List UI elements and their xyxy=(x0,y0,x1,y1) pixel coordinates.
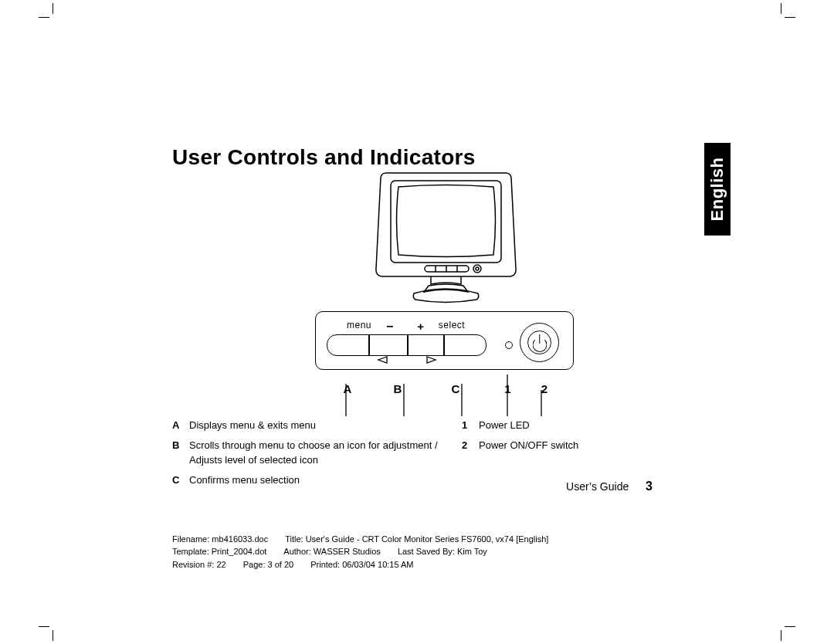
button-strip xyxy=(327,334,486,356)
desc-b: BScrolls through menu to choose an icon … xyxy=(172,439,446,468)
callout-b: B xyxy=(367,382,429,395)
document-metadata: Filename: mb416033.doc Title: User's Gui… xyxy=(172,533,653,571)
page-content: User Controls and Indicators English xyxy=(66,31,768,613)
callout-2: 2 xyxy=(533,382,556,395)
monitor-illustration xyxy=(371,170,521,308)
plus-button-label: + xyxy=(405,320,436,334)
footer-guide: User’s Guide 3 xyxy=(566,480,653,493)
power-button-icon xyxy=(520,323,559,362)
callout-c: C xyxy=(429,382,483,395)
select-button-label: select xyxy=(436,320,467,334)
left-arrow-icon xyxy=(377,356,388,364)
svg-point-6 xyxy=(476,267,479,270)
power-led-icon xyxy=(505,341,513,349)
callout-1: 1 xyxy=(483,382,533,395)
svg-point-5 xyxy=(473,265,481,273)
right-arrow-icon xyxy=(426,356,437,364)
desc-2: 2Power ON/OFF switch xyxy=(462,439,653,453)
callout-a: A xyxy=(328,382,367,395)
desc-c: CConfirms menu selection xyxy=(172,473,446,488)
language-tab: English xyxy=(704,143,731,236)
menu-button-label: menu xyxy=(344,320,375,334)
description-table: ADisplays menu & exits menu BScrolls thr… xyxy=(172,419,653,487)
minus-button-label: − xyxy=(375,320,405,334)
callout-row: A B C 1 2 xyxy=(328,382,568,395)
language-tab-label: English xyxy=(707,158,727,222)
page-title: User Controls and Indicators xyxy=(172,145,476,170)
guide-label: User’s Guide xyxy=(566,480,629,493)
svg-rect-0 xyxy=(391,181,501,263)
guide-page: 3 xyxy=(646,480,653,493)
desc-1: 1Power LED xyxy=(462,419,653,433)
desc-a: ADisplays menu & exits menu xyxy=(172,419,446,433)
